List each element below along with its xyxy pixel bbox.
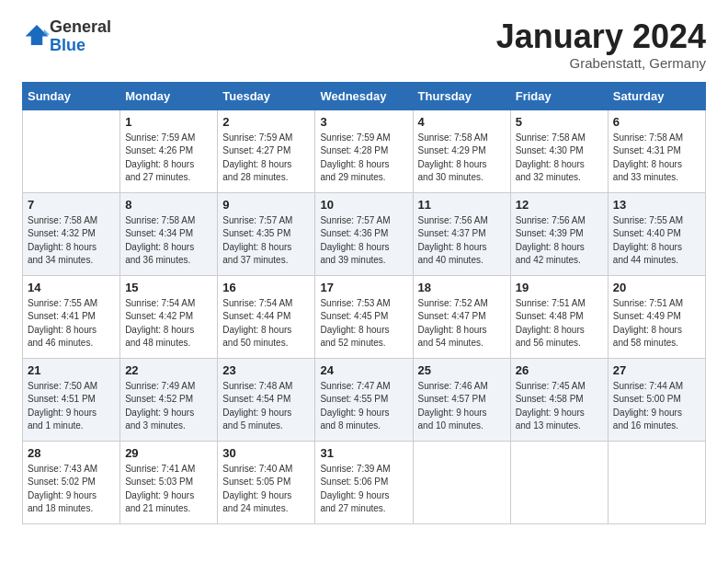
calendar-cell: 8Sunrise: 7:58 AM Sunset: 4:34 PM Daylig… xyxy=(120,192,218,275)
day-number: 24 xyxy=(320,363,407,377)
calendar-cell: 14Sunrise: 7:55 AM Sunset: 4:41 PM Dayli… xyxy=(23,275,120,358)
header-day-tuesday: Tuesday xyxy=(218,82,315,109)
day-number: 18 xyxy=(418,281,506,294)
calendar-cell: 18Sunrise: 7:52 AM Sunset: 4:47 PM Dayli… xyxy=(413,275,510,358)
day-number: 20 xyxy=(613,281,700,294)
header-day-saturday: Saturday xyxy=(608,82,705,109)
calendar-cell: 17Sunrise: 7:53 AM Sunset: 4:45 PM Dayli… xyxy=(315,275,413,358)
calendar-week-row: 28Sunrise: 7:43 AM Sunset: 5:02 PM Dayli… xyxy=(23,441,706,523)
calendar-header-row: SundayMondayTuesdayWednesdayThursdayFrid… xyxy=(23,82,706,109)
calendar-cell: 27Sunrise: 7:44 AM Sunset: 5:00 PM Dayli… xyxy=(608,358,705,441)
calendar-cell: 25Sunrise: 7:46 AM Sunset: 4:57 PM Dayli… xyxy=(413,358,510,441)
cell-info: Sunrise: 7:57 AM Sunset: 4:36 PM Dayligh… xyxy=(320,214,407,268)
cell-info: Sunrise: 7:55 AM Sunset: 4:40 PM Dayligh… xyxy=(613,214,700,268)
calendar-cell: 1Sunrise: 7:59 AM Sunset: 4:26 PM Daylig… xyxy=(120,109,218,192)
day-number: 23 xyxy=(222,363,310,377)
cell-info: Sunrise: 7:49 AM Sunset: 4:52 PM Dayligh… xyxy=(125,380,212,433)
cell-info: Sunrise: 7:52 AM Sunset: 4:47 PM Dayligh… xyxy=(418,297,506,350)
calendar-week-row: 14Sunrise: 7:55 AM Sunset: 4:41 PM Dayli… xyxy=(23,275,706,358)
cell-info: Sunrise: 7:58 AM Sunset: 4:31 PM Dayligh… xyxy=(613,132,700,185)
cell-info: Sunrise: 7:40 AM Sunset: 5:05 PM Dayligh… xyxy=(222,463,310,516)
calendar-cell: 22Sunrise: 7:49 AM Sunset: 4:52 PM Dayli… xyxy=(120,358,218,441)
cell-info: Sunrise: 7:48 AM Sunset: 4:54 PM Dayligh… xyxy=(222,380,310,433)
calendar-cell: 28Sunrise: 7:43 AM Sunset: 5:02 PM Dayli… xyxy=(23,441,120,523)
cell-info: Sunrise: 7:56 AM Sunset: 4:37 PM Dayligh… xyxy=(418,214,506,268)
cell-info: Sunrise: 7:58 AM Sunset: 4:30 PM Dayligh… xyxy=(516,132,603,185)
cell-info: Sunrise: 7:51 AM Sunset: 4:48 PM Dayligh… xyxy=(516,297,603,350)
calendar-cell: 31Sunrise: 7:39 AM Sunset: 5:06 PM Dayli… xyxy=(315,441,413,523)
cell-info: Sunrise: 7:55 AM Sunset: 4:41 PM Dayligh… xyxy=(28,297,115,350)
header-day-thursday: Thursday xyxy=(413,82,510,109)
calendar-cell: 10Sunrise: 7:57 AM Sunset: 4:36 PM Dayli… xyxy=(315,192,413,275)
cell-info: Sunrise: 7:41 AM Sunset: 5:03 PM Dayligh… xyxy=(125,463,212,516)
calendar-cell: 23Sunrise: 7:48 AM Sunset: 4:54 PM Dayli… xyxy=(218,358,315,441)
calendar-cell: 13Sunrise: 7:55 AM Sunset: 4:40 PM Dayli… xyxy=(608,192,705,275)
day-number: 27 xyxy=(613,363,700,377)
cell-info: Sunrise: 7:45 AM Sunset: 4:58 PM Dayligh… xyxy=(516,380,603,433)
calendar-cell: 6Sunrise: 7:58 AM Sunset: 4:31 PM Daylig… xyxy=(608,109,705,192)
calendar-week-row: 1Sunrise: 7:59 AM Sunset: 4:26 PM Daylig… xyxy=(23,109,706,192)
cell-info: Sunrise: 7:39 AM Sunset: 5:06 PM Dayligh… xyxy=(320,463,407,516)
cell-info: Sunrise: 7:54 AM Sunset: 4:42 PM Dayligh… xyxy=(125,297,212,350)
day-number: 7 xyxy=(28,198,115,212)
day-number: 13 xyxy=(613,198,700,212)
day-number: 17 xyxy=(320,281,407,294)
day-number: 19 xyxy=(516,281,603,294)
calendar-cell: 5Sunrise: 7:58 AM Sunset: 4:30 PM Daylig… xyxy=(510,109,608,192)
calendar-cell: 19Sunrise: 7:51 AM Sunset: 4:48 PM Dayli… xyxy=(510,275,608,358)
calendar-cell: 30Sunrise: 7:40 AM Sunset: 5:05 PM Dayli… xyxy=(218,441,315,523)
day-number: 25 xyxy=(418,363,506,377)
calendar-week-row: 7Sunrise: 7:58 AM Sunset: 4:32 PM Daylig… xyxy=(23,192,706,275)
calendar-cell xyxy=(608,441,705,523)
calendar-cell: 12Sunrise: 7:56 AM Sunset: 4:39 PM Dayli… xyxy=(510,192,608,275)
calendar-cell: 15Sunrise: 7:54 AM Sunset: 4:42 PM Dayli… xyxy=(120,275,218,358)
day-number: 22 xyxy=(125,363,212,377)
day-number: 28 xyxy=(28,446,115,460)
calendar-cell xyxy=(413,441,510,523)
day-number: 26 xyxy=(516,363,603,377)
header-day-monday: Monday xyxy=(120,82,218,109)
day-number: 10 xyxy=(320,198,407,212)
cell-info: Sunrise: 7:59 AM Sunset: 4:26 PM Dayligh… xyxy=(125,132,212,185)
cell-info: Sunrise: 7:46 AM Sunset: 4:57 PM Dayligh… xyxy=(418,380,506,433)
logo-icon xyxy=(24,22,50,48)
logo: General Blue xyxy=(22,18,111,55)
cell-info: Sunrise: 7:51 AM Sunset: 4:49 PM Dayligh… xyxy=(613,297,700,350)
day-number: 1 xyxy=(125,115,212,129)
cell-info: Sunrise: 7:58 AM Sunset: 4:29 PM Dayligh… xyxy=(418,132,506,185)
month-title: January 2024 xyxy=(496,18,706,55)
cell-info: Sunrise: 7:59 AM Sunset: 4:28 PM Dayligh… xyxy=(320,132,407,185)
cell-info: Sunrise: 7:44 AM Sunset: 5:00 PM Dayligh… xyxy=(613,380,700,433)
cell-info: Sunrise: 7:58 AM Sunset: 4:32 PM Dayligh… xyxy=(28,214,115,268)
header-day-friday: Friday xyxy=(510,82,608,109)
calendar-week-row: 21Sunrise: 7:50 AM Sunset: 4:51 PM Dayli… xyxy=(23,358,706,441)
day-number: 12 xyxy=(516,198,603,212)
day-number: 30 xyxy=(222,446,310,460)
cell-info: Sunrise: 7:56 AM Sunset: 4:39 PM Dayligh… xyxy=(516,214,603,268)
calendar-cell: 9Sunrise: 7:57 AM Sunset: 4:35 PM Daylig… xyxy=(218,192,315,275)
title-block: January 2024 Grabenstatt, Germany xyxy=(496,18,706,71)
day-number: 31 xyxy=(320,446,407,460)
day-number: 6 xyxy=(613,115,700,129)
cell-info: Sunrise: 7:59 AM Sunset: 4:27 PM Dayligh… xyxy=(222,132,310,185)
calendar-cell: 21Sunrise: 7:50 AM Sunset: 4:51 PM Dayli… xyxy=(23,358,120,441)
calendar-cell xyxy=(510,441,608,523)
day-number: 5 xyxy=(516,115,603,129)
calendar-body: 1Sunrise: 7:59 AM Sunset: 4:26 PM Daylig… xyxy=(23,109,706,523)
calendar-cell: 11Sunrise: 7:56 AM Sunset: 4:37 PM Dayli… xyxy=(413,192,510,275)
header-day-wednesday: Wednesday xyxy=(315,82,413,109)
day-number: 8 xyxy=(125,198,212,212)
location: Grabenstatt, Germany xyxy=(496,55,706,71)
day-number: 9 xyxy=(222,198,310,212)
calendar-cell: 2Sunrise: 7:59 AM Sunset: 4:27 PM Daylig… xyxy=(218,109,315,192)
cell-info: Sunrise: 7:50 AM Sunset: 4:51 PM Dayligh… xyxy=(28,380,115,433)
calendar-cell: 3Sunrise: 7:59 AM Sunset: 4:28 PM Daylig… xyxy=(315,109,413,192)
calendar-cell: 7Sunrise: 7:58 AM Sunset: 4:32 PM Daylig… xyxy=(23,192,120,275)
calendar-cell: 4Sunrise: 7:58 AM Sunset: 4:29 PM Daylig… xyxy=(413,109,510,192)
day-number: 14 xyxy=(28,281,115,294)
day-number: 16 xyxy=(222,281,310,294)
day-number: 29 xyxy=(125,446,212,460)
cell-info: Sunrise: 7:53 AM Sunset: 4:45 PM Dayligh… xyxy=(320,297,407,350)
page-header: General Blue January 2024 Grabenstatt, G… xyxy=(22,18,706,71)
logo-general-text: General xyxy=(50,17,111,36)
